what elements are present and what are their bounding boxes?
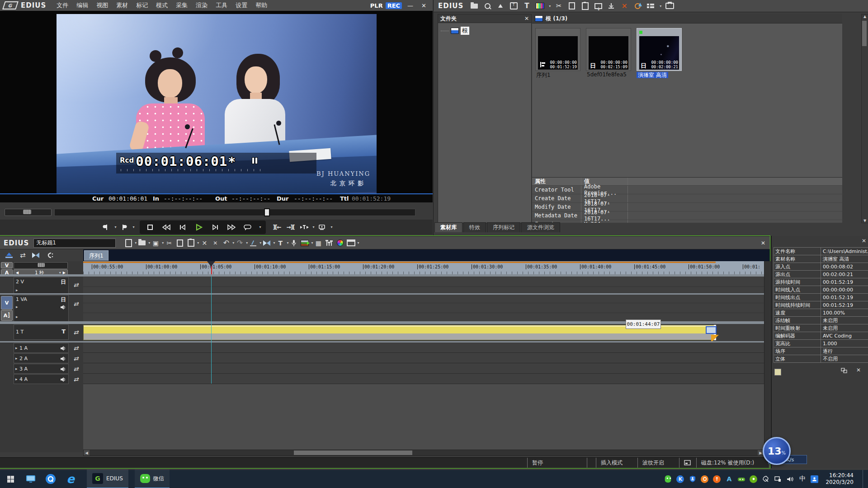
capture-icon[interactable] [593,1,603,10]
open-caret-icon[interactable]: ▾ [148,241,150,245]
patch-icon-3a[interactable]: ⇄ [70,364,82,374]
scroll-up-icon[interactable]: ▲ [862,14,868,19]
expand-icon[interactable]: ▸ [15,366,18,371]
tray-account-icon[interactable] [811,475,818,483]
tray-shield-icon[interactable] [689,475,696,483]
new-folder-icon[interactable] [469,1,479,10]
taskbar-app-edge[interactable]: e [61,470,80,488]
clip-end-icon[interactable] [706,326,717,334]
timeline-ruler[interactable]: 00:00:55:00 00:01:00:00 00:01:05:00 00:0… [83,261,764,274]
va-audio-button[interactable]: A12 [1,310,13,321]
redo-icon[interactable]: ↷ [235,239,244,248]
folder-tree-root[interactable]: 根 [441,27,531,35]
menu-marker[interactable]: 标记 [132,1,152,9]
tray-wechat-icon[interactable] [664,475,672,483]
palette-swatch-icon[interactable] [774,369,781,375]
loop-caret-icon[interactable]: ▾ [259,225,261,229]
trim-mode-icon[interactable] [249,239,258,248]
rec-mode-button[interactable]: REC [386,2,402,9]
menu-settings[interactable]: 设置 [231,1,251,9]
timeline-hscrollbar[interactable]: ◀ ▶ [83,450,764,456]
clip-card-sequence[interactable]: 00:00:00:0000:01:52:19 [535,28,580,71]
minimize-button[interactable]: — [405,2,416,9]
render-caret-icon[interactable]: ▾ [311,241,313,245]
sequence-tab[interactable]: 序列1 [84,250,108,261]
add-clip-icon[interactable] [509,1,519,10]
play-around-caret-icon[interactable]: ▾ [313,225,315,229]
hscrollbar-thumb[interactable] [294,450,412,455]
goto-out-point-button[interactable]: →][ [285,221,297,233]
title-clip[interactable] [83,325,716,340]
view-mode-icon[interactable] [646,1,656,10]
expand-icon[interactable]: ▸ [15,377,18,381]
status-insert-mode[interactable]: 插入模式 [596,458,640,468]
snap-mode-icon[interactable] [46,252,54,258]
trim-caret-icon[interactable]: ▾ [259,241,261,245]
new-caret-icon[interactable]: ▾ [135,241,137,245]
in-point-caret-icon[interactable]: ▾ [114,225,116,229]
tab-sequence-marker[interactable]: 序列标记 [487,222,520,232]
voiceover-icon[interactable] [289,239,298,248]
tray-update-icon[interactable]: ↑ [713,475,721,483]
track-header-1t[interactable]: 1 T T [14,324,69,340]
clip-label[interactable]: 序列1 [536,71,551,79]
timeline-playhead-line[interactable] [211,277,212,384]
search-icon[interactable] [482,1,492,10]
set-in-point-button[interactable] [100,221,112,233]
redo-caret-icon[interactable]: ▾ [246,241,248,245]
playhead-marker[interactable] [207,261,215,267]
start-button[interactable] [0,470,21,488]
zoom-slider-handle[interactable] [38,263,45,267]
panel-settings-icon[interactable] [841,368,848,375]
patch-icon-2v[interactable]: ⇄ [70,279,82,290]
track-header-2a[interactable]: ▸ 2 A [14,353,69,363]
export-to-tape-button[interactable] [316,221,328,233]
paste-icon[interactable] [186,239,195,248]
insert-mode-icon[interactable] [5,252,14,259]
menu-mode[interactable]: 模式 [152,1,172,9]
scroll-left-icon[interactable]: ◀ [84,450,90,455]
rewind-button[interactable] [160,221,172,233]
create-title-icon[interactable]: T [522,1,532,10]
previous-frame-button[interactable] [177,221,189,233]
open-project-icon[interactable] [137,239,146,248]
net-speed-widget[interactable]: ↓ 0 K/s 13 % [763,437,812,464]
expand-icon[interactable]: ▸ [16,314,18,319]
track-header-1a[interactable]: ▸ 1 A [14,343,69,353]
taskbar-task-wechat[interactable]: 微信 [135,469,170,488]
transition-icon[interactable] [262,239,271,248]
metadata-col-property[interactable]: 属性 [532,178,581,185]
folder-panel-close-icon[interactable]: ✕ [524,15,529,22]
play-button[interactable] [193,221,205,233]
tray-network-monitor-icon[interactable] [774,475,782,483]
patch-icon-4a[interactable]: ⇄ [70,374,82,384]
lane-1a[interactable] [83,343,764,353]
shuttle-slider[interactable] [5,209,52,216]
tab-bin[interactable]: 素材库 [434,222,462,232]
panel-layout-icon[interactable] [346,239,355,248]
taskbar-app-photos[interactable] [21,470,41,488]
paste-caret-icon[interactable]: ▾ [197,241,199,245]
multicam-grid-icon[interactable]: ▦ [314,239,323,248]
bin-scrollbar[interactable]: ▲ ▼ [861,14,868,223]
ime-indicator[interactable]: 中 [798,475,806,483]
lane-3a[interactable] [83,363,764,374]
goto-in-point-button[interactable]: ][← [271,221,283,233]
info-close-icon[interactable]: ✕ [862,238,866,244]
save-caret-icon[interactable]: ▾ [162,241,164,245]
root-folder-label[interactable]: 根 [461,27,469,35]
fast-forward-button[interactable] [226,221,237,233]
position-bar[interactable] [54,209,415,216]
vectorscope-icon[interactable] [335,239,344,248]
clip-card-selected[interactable]: 日 00:00:00:0000:02:00:21 [637,28,682,71]
patch-icon-1va[interactable]: ⇄ [70,298,82,309]
sync-mode-icon[interactable]: ⇄ [20,251,26,259]
delete-icon[interactable]: ✕ [619,1,629,10]
lane-2a[interactable] [83,353,764,363]
tab-effects[interactable]: 特效 [463,222,486,232]
expand-icon[interactable]: ▸ [16,288,18,292]
up-folder-icon[interactable] [495,1,505,10]
track-header-4a[interactable]: ▸ 4 A [14,374,69,384]
expand-icon[interactable]: ▸ [16,305,18,309]
save-project-icon[interactable]: ▣ [151,239,160,248]
